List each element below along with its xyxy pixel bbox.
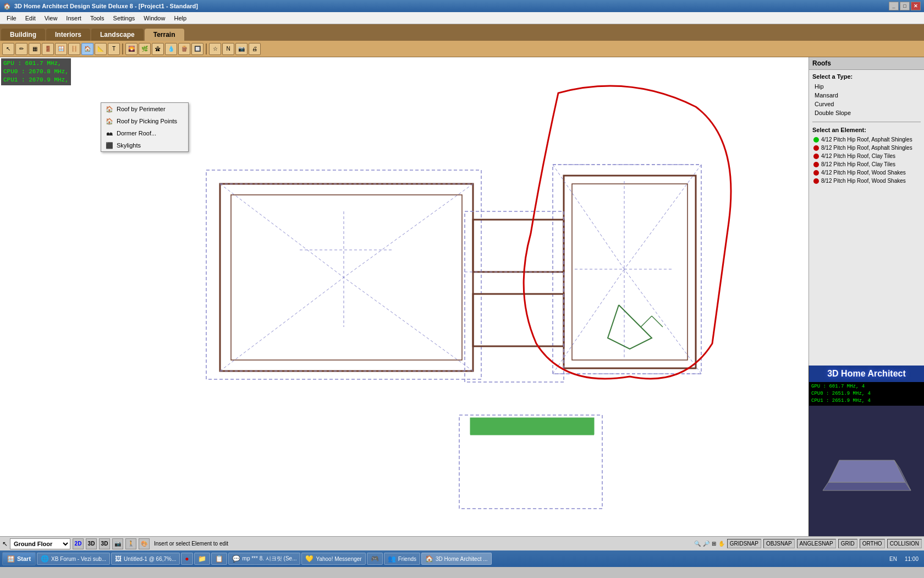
zoom-in-icon[interactable]: 🔎	[703, 541, 710, 547]
render-button[interactable]: 🎨	[139, 538, 150, 549]
camera-view-button[interactable]: 📷	[112, 538, 123, 549]
taskbar-untitled[interactable]: 🖼 Untitled-1 @ 66,7%...	[111, 553, 180, 565]
toolbar-separator-1	[122, 43, 123, 54]
mp-chat-icon: 💬	[232, 555, 240, 563]
dropdown-dormer-roof[interactable]: 🏘 Dormer Roof...	[101, 127, 188, 139]
element-812-hip-wood[interactable]: 8/12 Pitch Hip Roof, Wood Shakes	[812, 177, 921, 185]
folder-icon: 📁	[198, 555, 206, 563]
symbol-icon[interactable]: ☆	[209, 43, 221, 55]
camera-icon[interactable]: 📷	[235, 43, 248, 55]
menu-tools[interactable]: Tools	[86, 14, 109, 23]
stair-tool-icon[interactable]: 🪜	[68, 43, 80, 55]
minimize-button[interactable]: _	[889, 2, 899, 10]
svg-line-5	[220, 277, 344, 371]
text-tool-icon[interactable]: T	[108, 43, 120, 55]
window-tool-icon[interactable]: 🪟	[55, 43, 67, 55]
water-icon[interactable]: 💧	[165, 43, 177, 55]
wall-tool-icon[interactable]: ▦	[29, 43, 41, 55]
draw-tool-icon[interactable]: ✏	[15, 43, 28, 55]
svg-line-3	[220, 184, 344, 277]
menu-view[interactable]: View	[40, 14, 62, 23]
menu-window[interactable]: Window	[139, 14, 169, 23]
status-right: 🔍 🔎 ⊞ ✋ GRIDSNAP OBJSNAP ANGLESNAP GRID …	[694, 539, 922, 548]
menu-settings[interactable]: Settings	[109, 14, 140, 23]
friends-icon: 👥	[388, 555, 396, 563]
maximize-button[interactable]: □	[900, 2, 910, 10]
type-curved[interactable]: Curved	[812, 100, 921, 108]
element-dot-green	[813, 137, 819, 143]
tab-terrain[interactable]: Terrain	[145, 29, 184, 41]
preview-3d-view[interactable]	[809, 406, 924, 536]
collision-status[interactable]: COLLISION	[887, 539, 922, 548]
element-412-hip-clay[interactable]: 4/12 Pitch Hip Roof, Clay Tiles	[812, 152, 921, 160]
taskbar-red-app[interactable]: ●	[181, 553, 193, 565]
view-2d-button[interactable]: 2D	[73, 538, 84, 549]
north-icon[interactable]: N	[222, 43, 234, 55]
dropdown-roof-picking[interactable]: 🏠 Roof by Picking Points	[101, 115, 188, 127]
taskbar-yahoo-messenger[interactable]: 💛 Yahoo! Messenger	[301, 553, 365, 565]
tab-building[interactable]: Building	[1, 29, 45, 41]
ortho-status[interactable]: ORTHO	[860, 539, 885, 548]
svg-rect-27	[470, 418, 594, 434]
taskbar-xb-forum[interactable]: 🌐 XB Forum - Vezi sub...	[37, 553, 110, 565]
door-tool-icon[interactable]: 🚪	[42, 43, 54, 55]
taskbar-steam[interactable]: 🎮	[367, 553, 383, 565]
steam-icon: 🎮	[371, 555, 379, 563]
3d-preview-svg	[817, 438, 916, 504]
taskbar-clipboard[interactable]: 📋	[211, 553, 227, 565]
print-icon[interactable]: 🖨	[249, 43, 261, 55]
canvas[interactable]: GPU : 601.7 MHz, CPU0 : 2670.8 MHz, CPU1…	[0, 57, 809, 536]
menu-file[interactable]: File	[2, 14, 21, 23]
type-hip[interactable]: Hip	[812, 82, 921, 91]
element-dot-red-2	[813, 154, 819, 159]
menu-help[interactable]: Help	[169, 14, 191, 23]
deck-icon[interactable]: 🔲	[191, 43, 204, 55]
objsnap-status[interactable]: OBJSNAP	[763, 539, 795, 548]
tray-lang: EN	[887, 555, 899, 563]
dropdown-menu[interactable]: 🏠 Roof by Perimeter 🏠 Roof by Picking Po…	[101, 102, 189, 152]
type-mansard[interactable]: Mansard	[812, 91, 921, 100]
dropdown-skylights[interactable]: ⬛ Skylights	[101, 139, 188, 151]
edit-hint-text: Insert or select Element to edit	[154, 541, 228, 547]
gridsnap-status[interactable]: GRIDSNAP	[727, 539, 761, 548]
zoom-out-icon[interactable]: 🔍	[694, 541, 701, 547]
zoom-fit-icon[interactable]: ⊞	[712, 541, 716, 547]
menu-insert[interactable]: Insert	[62, 14, 86, 23]
menu-edit[interactable]: Edit	[21, 14, 40, 23]
fence-icon[interactable]: 🪵	[178, 43, 190, 55]
road-icon[interactable]: 🛣	[152, 43, 164, 55]
pan-icon[interactable]: ✋	[718, 541, 725, 547]
type-double-slope[interactable]: Double Slope	[812, 108, 921, 117]
element-812-hip-asphalt[interactable]: 8/12 Pitch Hip Roof, Asphalt Shingles	[812, 144, 921, 152]
dimension-tool-icon[interactable]: 📐	[95, 43, 107, 55]
anglesnap-status[interactable]: ANGLESNAP	[797, 539, 836, 548]
tab-landscape[interactable]: Landscape	[91, 29, 144, 41]
taskbar-3d-home[interactable]: 🏠 3D Home Architect ...	[421, 553, 491, 565]
element-812-hip-clay[interactable]: 8/12 Pitch Hip Roof, Clay Tiles	[812, 160, 921, 168]
select-tool-icon[interactable]: ↖	[2, 43, 14, 55]
roofs-panel-content: Select a Type: Hip Mansard Curved Double…	[809, 70, 924, 366]
svg-line-15	[624, 165, 701, 269]
app-icon: 🏠	[3, 3, 11, 10]
roof-tool-icon[interactable]: 🏠	[81, 43, 94, 55]
taskbar-folder[interactable]: 📁	[194, 553, 210, 565]
view-3d-alt-button[interactable]: 3D	[99, 538, 110, 549]
element-412-hip-wood[interactable]: 4/12 Pitch Hip Roof, Wood Shakes	[812, 168, 921, 177]
titlebar-controls[interactable]: _ □ ✕	[889, 2, 921, 10]
tab-interiors[interactable]: Interiors	[46, 29, 90, 41]
yahoo-icon: 💛	[305, 555, 314, 563]
plant-icon[interactable]: 🌿	[139, 43, 151, 55]
svg-line-30	[652, 316, 663, 327]
start-button[interactable]: 🪟 Start	[2, 552, 36, 565]
walk-view-button[interactable]: 🚶	[125, 538, 136, 549]
taskbar-friends[interactable]: 👥 Friends	[384, 553, 420, 565]
close-button[interactable]: ✕	[911, 2, 921, 10]
grid-status[interactable]: GRID	[838, 539, 857, 548]
dropdown-roof-perimeter[interactable]: 🏠 Roof by Perimeter	[101, 103, 188, 115]
element-412-hip-asphalt[interactable]: 4/12 Pitch Hip Roof, Asphalt Shingles	[812, 135, 921, 144]
floor-select[interactable]: Ground Floor Second Floor Basement	[10, 538, 70, 549]
view-3d-button[interactable]: 3D	[86, 538, 97, 549]
taskbar-mp-chat[interactable]: 💬 mp *** 8. 시크릿 (Se...	[228, 553, 301, 565]
terrain-icon[interactable]: 🌄	[125, 43, 138, 55]
svg-rect-24	[465, 211, 564, 382]
